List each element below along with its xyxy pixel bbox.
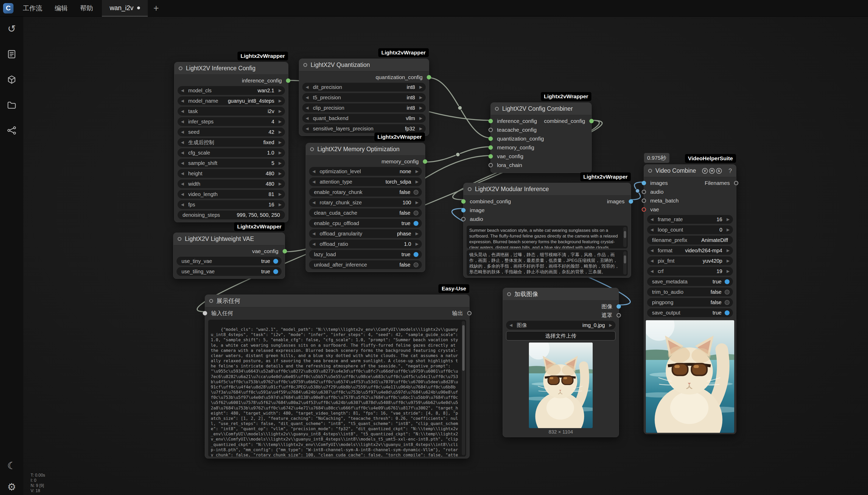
increment-arrow-icon[interactable]: ▶ [417, 105, 422, 110]
node-header[interactable]: Video Combine V H S ? [644, 165, 736, 177]
collapse-dot-icon[interactable] [310, 147, 314, 151]
widget-frame-rate[interactable]: ◀frame_rate16▶ [647, 215, 733, 224]
output-slot-dot[interactable] [629, 200, 633, 204]
toggle-on-icon[interactable] [725, 310, 730, 315]
decrement-arrow-icon[interactable]: ◀ [306, 116, 311, 121]
widget-pix-fmt[interactable]: ◀pix_fmtyuv420p▶ [647, 256, 733, 265]
increment-arrow-icon[interactable]: ▶ [413, 242, 418, 246]
increment-arrow-icon[interactable]: ▶ [417, 85, 422, 89]
increment-arrow-icon[interactable]: ▶ [276, 182, 281, 186]
widget-cfg-scale[interactable]: ◀cfg_scale1.0▶ [178, 148, 285, 157]
output-slot-dot[interactable] [282, 249, 287, 254]
widget-model-name[interactable]: ◀model_nameguanyu_int8_4steps▶ [178, 97, 285, 105]
input-slot-dot[interactable] [488, 128, 493, 132]
increment-arrow-icon[interactable]: ▶ [413, 169, 418, 174]
widget-clip-precision[interactable]: ◀clip_precisionint8▶ [302, 103, 426, 112]
increment-arrow-icon[interactable]: ▶ [724, 217, 730, 222]
scrollbar[interactable] [623, 251, 627, 275]
decrement-arrow-icon[interactable]: ◀ [509, 323, 515, 327]
node-header[interactable]: LightX2V Quantization [299, 59, 429, 71]
increment-arrow-icon[interactable]: ▶ [413, 231, 418, 236]
node-header[interactable]: 加载图像 [503, 288, 619, 301]
config-output-textarea[interactable]: {"model_cls": "wan2.1", "model_path": "N… [208, 320, 466, 457]
widget-optimization-level[interactable]: ◀optimization_levelnone▶ [309, 167, 422, 176]
widget-enable-rotary-chunk[interactable]: enable_rotary_chunkfalse [309, 188, 422, 197]
collapse-dot-icon[interactable] [178, 237, 181, 241]
output-slot-dot[interactable] [286, 79, 290, 83]
input-slot-dot[interactable] [203, 311, 207, 315]
widget-denoising-steps[interactable]: denoising_steps999, 750, 500, 250 [178, 210, 285, 219]
menu-help[interactable]: 帮助 [74, 0, 99, 17]
input-slot-dot[interactable] [488, 154, 493, 159]
decrement-arrow-icon[interactable]: ◀ [650, 227, 656, 232]
comfyui-logo-icon[interactable]: C [0, 0, 17, 17]
node-header[interactable]: LightX2V Lightweight VAE [173, 233, 285, 245]
toggle-on-icon[interactable] [414, 221, 418, 226]
widget-save-metadata[interactable]: save_metadatatrue [647, 277, 733, 286]
widget-t5-precision[interactable]: ◀t5_precisionint8▶ [302, 93, 426, 102]
widget-sensitive-layers-precision[interactable]: ◀sensitive_layers_precisionfp32▶ [302, 124, 426, 133]
decrement-arrow-icon[interactable]: ◀ [650, 269, 656, 274]
toggle-off-icon[interactable] [414, 190, 418, 195]
node-library-icon[interactable] [6, 125, 17, 136]
increment-arrow-icon[interactable]: ▶ [276, 88, 281, 93]
video-preview[interactable] [646, 320, 734, 433]
output-slot-dot[interactable] [427, 75, 431, 80]
increment-arrow-icon[interactable]: ▶ [276, 130, 281, 134]
widget-width[interactable]: ◀width480▶ [178, 180, 285, 188]
widget-format[interactable]: ◀formatvideo/h264-mp4▶ [647, 246, 733, 255]
queue-icon[interactable] [6, 49, 17, 59]
decrement-arrow-icon[interactable]: ◀ [306, 95, 311, 100]
widget-dit-precision[interactable]: ◀dit_precisionint8▶ [302, 83, 426, 91]
widget-fps[interactable]: ◀fps16▶ [178, 200, 285, 209]
increment-arrow-icon[interactable]: ▶ [276, 161, 281, 166]
toggle-off-icon[interactable] [414, 210, 418, 216]
toggle-on-icon[interactable] [273, 259, 278, 264]
prompt-textarea[interactable]: Summer beach vacation style, a white cat… [467, 226, 628, 249]
widget--[interactable]: ◀生成后控制fixed▶ [178, 138, 285, 147]
input-slot-dot[interactable] [488, 137, 493, 141]
input-slot-dot[interactable] [488, 146, 493, 150]
widget-task[interactable]: ◀taski2v▶ [178, 107, 285, 116]
widget-attention-type[interactable]: ◀attention_typetorch_sdpa▶ [309, 177, 422, 186]
menu-workflow[interactable]: 工作流 [17, 0, 49, 17]
increment-arrow-icon[interactable]: ▶ [417, 116, 422, 121]
output-slot-dot[interactable] [734, 181, 739, 185]
decrement-arrow-icon[interactable]: ◀ [181, 150, 187, 155]
increment-arrow-icon[interactable]: ▶ [724, 269, 730, 274]
widget-seed[interactable]: ◀seed42▶ [178, 127, 285, 136]
widget-use-tiling-vae[interactable]: use_tiling_vaetrue [176, 267, 281, 276]
input-slot-dot[interactable] [642, 181, 646, 185]
decrement-arrow-icon[interactable]: ◀ [181, 171, 187, 176]
theme-toggle-moon-icon[interactable]: ☾ [6, 460, 17, 471]
widget-rotary-chunk-size[interactable]: ◀rotary_chunk_size100▶ [309, 198, 422, 207]
scrollbar[interactable] [623, 227, 627, 247]
increment-arrow-icon[interactable]: ▶ [417, 95, 422, 100]
node-header[interactable]: LightX2V Config Combiner [491, 103, 591, 115]
decrement-arrow-icon[interactable]: ◀ [306, 85, 311, 89]
toggle-on-icon[interactable] [725, 279, 730, 284]
decrement-arrow-icon[interactable]: ◀ [181, 161, 187, 166]
toggle-off-icon[interactable] [725, 300, 730, 305]
collapse-dot-icon[interactable] [303, 63, 307, 67]
widget-lazy-load[interactable]: lazy_loadtrue [309, 250, 422, 259]
widget-offload-granularity[interactable]: ◀offload_granularityphase▶ [309, 229, 422, 238]
widget-clean-cuda-cache[interactable]: clean_cuda_cachefalse [309, 208, 422, 217]
increment-arrow-icon[interactable]: ▶ [276, 192, 281, 197]
toggle-on-icon[interactable] [414, 252, 418, 257]
input-slot-dot[interactable] [461, 217, 466, 221]
input-slot-dot[interactable] [488, 119, 493, 123]
widget-loop-count[interactable]: ◀loop_count0▶ [647, 225, 733, 234]
toggle-off-icon[interactable] [725, 290, 730, 294]
menu-edit[interactable]: 编辑 [49, 0, 74, 17]
collapse-dot-icon[interactable] [179, 66, 183, 70]
widget-video-length[interactable]: ◀video_length81▶ [178, 190, 285, 199]
decrement-arrow-icon[interactable]: ◀ [181, 130, 187, 134]
output-slot-dot[interactable] [589, 119, 594, 123]
new-workflow-button[interactable]: + [148, 3, 164, 14]
decrement-arrow-icon[interactable]: ◀ [306, 126, 311, 131]
input-slot-dot[interactable] [461, 208, 466, 212]
widget-enable-cpu-offload[interactable]: enable_cpu_offloadtrue [309, 219, 422, 228]
help-icon[interactable]: ? [729, 167, 732, 174]
widget-quant-backend[interactable]: ◀quant_backendvllm▶ [302, 114, 426, 123]
